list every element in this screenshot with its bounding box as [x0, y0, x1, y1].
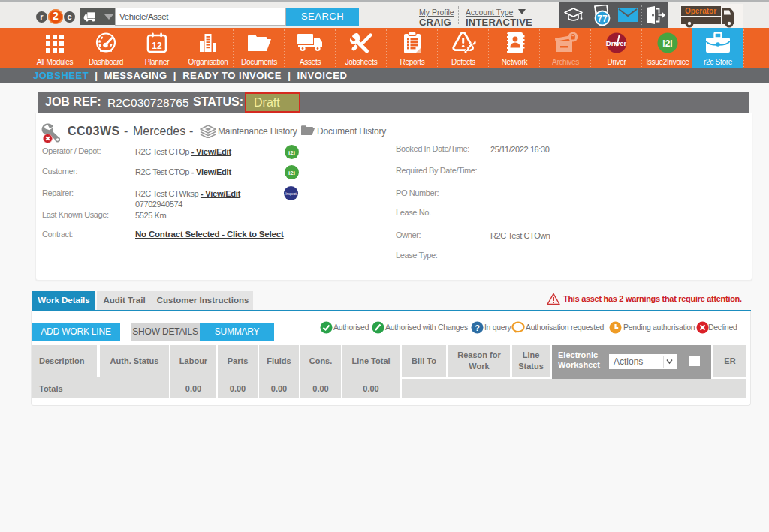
svg-text:12: 12 [152, 41, 162, 51]
svg-text:i2i: i2i [288, 149, 295, 156]
svg-text:i2i: i2i [662, 38, 672, 49]
svg-text:Operator: Operator [685, 7, 716, 15]
svg-text:Inspect: Inspect [285, 192, 297, 196]
svg-text:i2i: i2i [288, 170, 295, 176]
svg-text:77: 77 [597, 14, 608, 24]
svg-text:?: ? [475, 323, 480, 332]
